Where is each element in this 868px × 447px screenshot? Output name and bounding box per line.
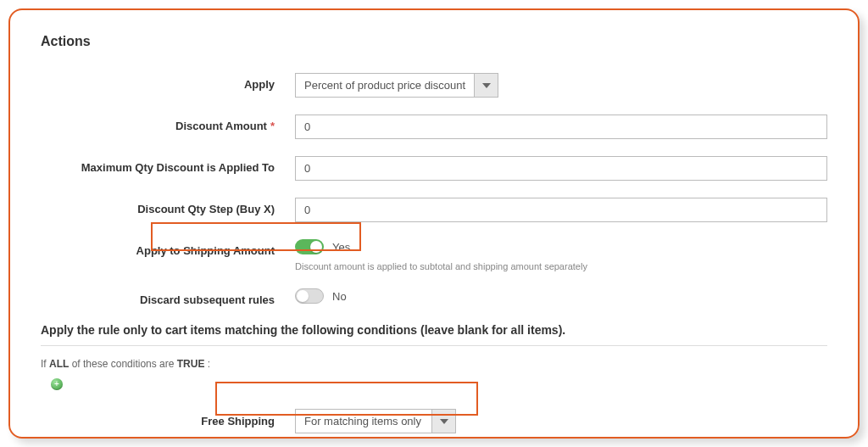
- toggle-knob: [297, 290, 309, 302]
- conditions-heading: Apply the rule only to cart items matchi…: [41, 323, 827, 337]
- label-qty-step: Discount Qty Step (Buy X): [41, 198, 295, 215]
- row-discard: Discard subsequent rules No: [41, 288, 827, 306]
- apply-select[interactable]: Percent of product price discount: [295, 73, 498, 98]
- apply-select-value: Percent of product price discount: [296, 74, 474, 97]
- row-qty-step: Discount Qty Step (Buy X): [41, 198, 827, 222]
- free-shipping-value: For matching items only: [296, 410, 431, 433]
- add-condition-icon[interactable]: +: [51, 378, 63, 390]
- discard-toggle[interactable]: [295, 288, 324, 304]
- cond-all[interactable]: ALL: [49, 358, 69, 370]
- toggle-knob: [310, 241, 322, 253]
- free-shipping-select[interactable]: For matching items only: [295, 409, 456, 433]
- row-discount-amount: Discount Amount*: [41, 115, 827, 139]
- label-apply-shipping: Apply to Shipping Amount: [41, 239, 295, 257]
- apply-shipping-toggle[interactable]: [295, 239, 324, 254]
- max-qty-input[interactable]: [295, 156, 827, 181]
- divider: [41, 345, 827, 346]
- chevron-down-icon: [474, 74, 498, 97]
- label-free-shipping: Free Shipping: [41, 415, 295, 427]
- qty-step-input[interactable]: [295, 198, 827, 222]
- label-discard: Discard subsequent rules: [41, 288, 295, 306]
- discard-state: No: [332, 290, 347, 303]
- apply-shipping-state: Yes: [332, 241, 350, 254]
- label-max-qty: Maximum Qty Discount is Applied To: [41, 156, 295, 174]
- row-apply-shipping: Apply to Shipping Amount Yes Discount am…: [41, 239, 827, 271]
- row-max-qty: Maximum Qty Discount is Applied To: [41, 156, 827, 181]
- discount-amount-input[interactable]: [295, 115, 827, 139]
- row-apply: Apply Percent of product price discount: [41, 73, 827, 98]
- apply-shipping-help: Discount amount is applied to subtotal a…: [295, 261, 827, 271]
- condition-sentence: If ALL of these conditions are TRUE :: [41, 358, 827, 370]
- label-apply: Apply: [41, 73, 295, 91]
- cond-true[interactable]: TRUE: [177, 358, 205, 370]
- actions-panel: Actions Apply Percent of product price d…: [8, 8, 860, 439]
- required-asterisk: *: [270, 120, 275, 132]
- panel-title: Actions: [41, 34, 827, 49]
- label-discount-amount: Discount Amount*: [41, 115, 295, 132]
- chevron-down-icon: [431, 410, 455, 433]
- row-free-shipping: Free Shipping For matching items only: [41, 409, 827, 433]
